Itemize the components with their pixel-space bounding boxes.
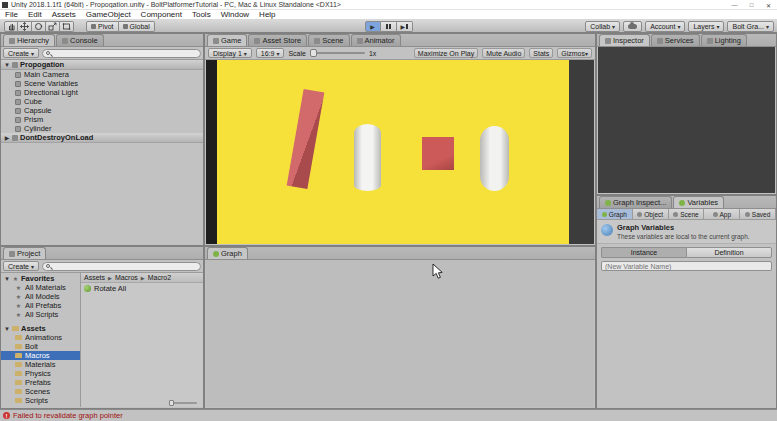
- breadcrumb-macro2[interactable]: Macro2: [148, 274, 171, 281]
- favorite-all-scripts[interactable]: ★All Scripts: [1, 310, 80, 319]
- tab-graph[interactable]: Graph: [207, 247, 248, 259]
- scope-tab-object[interactable]: Object: [633, 209, 669, 219]
- mute-audio-button[interactable]: Mute Audio: [482, 48, 525, 58]
- scene-header-dontdestroyonload[interactable]: ▶ DontDestroyOnLoad: [1, 133, 203, 143]
- aspect-ratio-dropdown[interactable]: 16:9 ▾: [256, 48, 285, 58]
- scope-tab-scene[interactable]: Scene: [669, 209, 705, 219]
- move-tool-button[interactable]: [18, 21, 32, 32]
- favorites-group[interactable]: ▼ ★ Favorites: [1, 274, 80, 283]
- step-button[interactable]: ▶: [397, 21, 413, 32]
- menu-bar: File Edit Assets GameObject Component To…: [0, 10, 777, 20]
- collapse-caret-icon[interactable]: ▼: [4, 326, 10, 332]
- gameobject-icon: [15, 90, 21, 96]
- favorite-all-models[interactable]: ★All Models: [1, 292, 80, 301]
- tab-asset-store[interactable]: Asset Store: [248, 34, 307, 46]
- hierarchy-item-cylinder[interactable]: Cylinder: [1, 124, 203, 133]
- folder-scripts[interactable]: Scripts: [1, 396, 80, 405]
- menu-assets[interactable]: Assets: [47, 10, 81, 19]
- hierarchy-item-directional-light[interactable]: Directional Light: [1, 88, 203, 97]
- favorite-all-materials[interactable]: ★All Materials: [1, 283, 80, 292]
- close-button[interactable]: ✕: [760, 0, 777, 10]
- project-search-input[interactable]: [52, 263, 197, 270]
- project-create-button[interactable]: Create ▾: [3, 261, 39, 271]
- graph-canvas[interactable]: [206, 260, 594, 407]
- global-label: Global: [130, 23, 150, 30]
- scope-tab-graph[interactable]: Graph: [597, 209, 633, 219]
- folder-bolt[interactable]: Bolt: [1, 342, 80, 351]
- tab-scene[interactable]: Scene: [308, 34, 349, 46]
- folder-physics[interactable]: Physics: [1, 369, 80, 378]
- tab-animator[interactable]: Animator: [351, 34, 401, 46]
- menu-file[interactable]: File: [0, 10, 23, 19]
- collapse-caret-icon[interactable]: ▼: [4, 62, 10, 68]
- tab-lighting[interactable]: Lighting: [701, 34, 747, 46]
- tab-console[interactable]: Console: [56, 34, 104, 46]
- global-toggle-button[interactable]: Global: [119, 21, 155, 32]
- tab-graph-inspector[interactable]: Graph Inspect...: [599, 196, 672, 208]
- hierarchy-item-scene-variables[interactable]: Scene Variables: [1, 79, 203, 88]
- hierarchy-item-cube[interactable]: Cube: [1, 97, 203, 106]
- tab-project[interactable]: Project: [3, 247, 46, 259]
- instance-tab[interactable]: Instance: [601, 247, 686, 258]
- pivot-toggle-button[interactable]: Pivot: [86, 21, 119, 32]
- rect-tool-button[interactable]: [60, 21, 74, 32]
- play-button[interactable]: ▶: [365, 21, 381, 32]
- maximize-on-play-button[interactable]: Maximize On Play: [414, 48, 478, 58]
- collapse-caret-icon[interactable]: ▼: [4, 276, 10, 282]
- minimize-button[interactable]: —: [726, 0, 743, 10]
- layout-dropdown[interactable]: Bolt Gra... ▾: [727, 21, 774, 32]
- scale-tool-button[interactable]: [46, 21, 60, 32]
- rotate-tool-button[interactable]: [32, 21, 46, 32]
- breadcrumb-macros[interactable]: Macros: [115, 274, 138, 281]
- menu-component[interactable]: Component: [136, 10, 187, 19]
- scope-tab-app[interactable]: App: [704, 209, 740, 219]
- display-dropdown[interactable]: Display 1 ▾: [208, 48, 252, 58]
- definition-tab[interactable]: Definition: [686, 247, 772, 258]
- collab-dropdown[interactable]: Collab ▾: [585, 21, 620, 32]
- tab-services[interactable]: Services: [651, 34, 700, 46]
- menu-help[interactable]: Help: [254, 10, 280, 19]
- tab-inspector[interactable]: Inspector: [599, 34, 650, 46]
- folder-scenes[interactable]: Scenes: [1, 387, 80, 396]
- hand-tool-button[interactable]: [4, 21, 18, 32]
- pause-button[interactable]: [381, 21, 397, 32]
- game-render-area[interactable]: [206, 60, 594, 244]
- tab-game[interactable]: Game: [207, 34, 247, 46]
- collapse-caret-icon[interactable]: ▶: [4, 134, 10, 141]
- hierarchy-item-prism[interactable]: Prism: [1, 115, 203, 124]
- hierarchy-search-input[interactable]: [52, 50, 197, 57]
- breadcrumb-assets[interactable]: Assets: [84, 274, 105, 281]
- scale-slider-knob[interactable]: [310, 49, 317, 57]
- slider-knob[interactable]: [169, 400, 174, 406]
- menu-window[interactable]: Window: [216, 10, 254, 19]
- layers-dropdown[interactable]: Layers ▾: [688, 21, 724, 32]
- project-search[interactable]: [42, 262, 201, 271]
- assets-root[interactable]: ▼ Assets: [1, 324, 80, 333]
- status-bar[interactable]: ! Failed to revalidate graph pointer: [0, 409, 777, 421]
- menu-edit[interactable]: Edit: [23, 10, 47, 19]
- gizmos-dropdown[interactable]: Gizmos ▾: [557, 48, 592, 58]
- tab-hierarchy[interactable]: Hierarchy: [3, 34, 55, 46]
- folder-macros[interactable]: Macros: [1, 351, 80, 360]
- menu-tools[interactable]: Tools: [187, 10, 216, 19]
- folder-prefabs[interactable]: Prefabs: [1, 378, 80, 387]
- account-dropdown[interactable]: Account ▾: [645, 21, 685, 32]
- hierarchy-item-capsule[interactable]: Capsule: [1, 106, 203, 115]
- icon-size-slider[interactable]: [169, 402, 197, 404]
- scale-slider[interactable]: [310, 52, 365, 54]
- cloud-services-button[interactable]: [623, 21, 642, 32]
- favorite-all-prefabs[interactable]: ★All Prefabs: [1, 301, 80, 310]
- hierarchy-search[interactable]: [42, 49, 201, 58]
- stats-button[interactable]: Stats: [529, 48, 553, 58]
- scene-header-propogation[interactable]: ▼ Propogation: [1, 60, 203, 70]
- tab-variables[interactable]: Variables: [673, 196, 724, 208]
- maximize-button[interactable]: □: [743, 0, 760, 10]
- menu-gameobject[interactable]: GameObject: [81, 10, 136, 19]
- scope-tab-saved[interactable]: Saved: [740, 209, 776, 219]
- new-variable-name-input[interactable]: [601, 261, 772, 271]
- folder-materials[interactable]: Materials: [1, 360, 80, 369]
- folder-animations[interactable]: Animations: [1, 333, 80, 342]
- hierarchy-create-button[interactable]: Create ▾: [3, 48, 39, 58]
- file-rotate-all[interactable]: Rotate All: [81, 283, 203, 293]
- hierarchy-item-main-camera[interactable]: Main Camera: [1, 70, 203, 79]
